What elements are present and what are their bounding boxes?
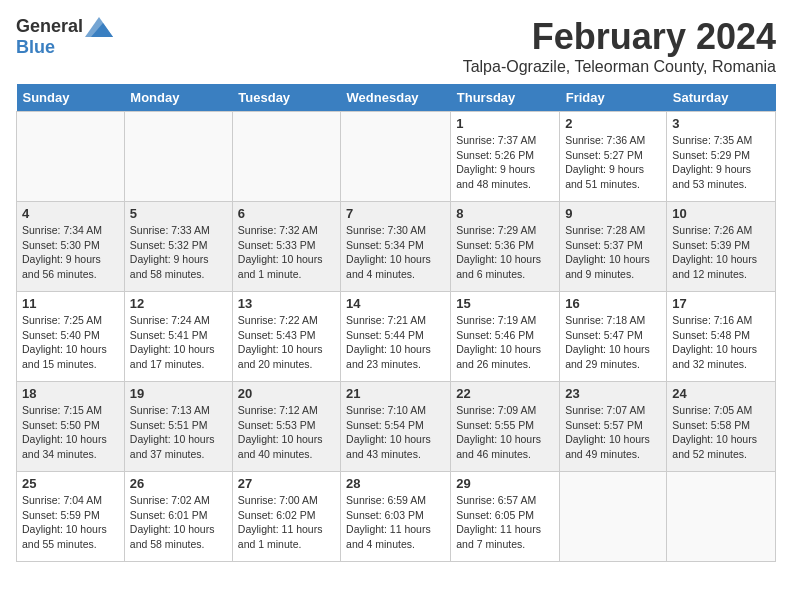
day-info: Sunrise: 7:25 AMSunset: 5:40 PMDaylight:… [22,313,119,372]
day-number: 11 [22,296,119,311]
calendar-cell: 4Sunrise: 7:34 AMSunset: 5:30 PMDaylight… [17,202,125,292]
calendar-cell: 2Sunrise: 7:36 AMSunset: 5:27 PMDaylight… [560,112,667,202]
day-of-week-monday: Monday [124,84,232,112]
day-info: Sunrise: 7:19 AMSunset: 5:46 PMDaylight:… [456,313,554,372]
calendar-cell: 8Sunrise: 7:29 AMSunset: 5:36 PMDaylight… [451,202,560,292]
calendar-cell: 20Sunrise: 7:12 AMSunset: 5:53 PMDayligh… [232,382,340,472]
calendar-cell: 14Sunrise: 7:21 AMSunset: 5:44 PMDayligh… [341,292,451,382]
calendar-cell [341,112,451,202]
day-of-week-wednesday: Wednesday [341,84,451,112]
calendar-week-4: 18Sunrise: 7:15 AMSunset: 5:50 PMDayligh… [17,382,776,472]
day-info: Sunrise: 7:34 AMSunset: 5:30 PMDaylight:… [22,223,119,282]
day-info: Sunrise: 7:04 AMSunset: 5:59 PMDaylight:… [22,493,119,552]
calendar-cell [17,112,125,202]
day-info: Sunrise: 7:09 AMSunset: 5:55 PMDaylight:… [456,403,554,462]
logo-general-text: General [16,16,83,37]
day-of-week-friday: Friday [560,84,667,112]
day-info: Sunrise: 7:10 AMSunset: 5:54 PMDaylight:… [346,403,445,462]
calendar-cell: 18Sunrise: 7:15 AMSunset: 5:50 PMDayligh… [17,382,125,472]
day-info: Sunrise: 7:26 AMSunset: 5:39 PMDaylight:… [672,223,770,282]
day-info: Sunrise: 7:00 AMSunset: 6:02 PMDaylight:… [238,493,335,552]
location-title: Talpa-Ograzile, Teleorman County, Romani… [463,58,776,76]
day-number: 12 [130,296,227,311]
day-number: 20 [238,386,335,401]
calendar-cell: 6Sunrise: 7:32 AMSunset: 5:33 PMDaylight… [232,202,340,292]
day-number: 14 [346,296,445,311]
calendar-cell: 10Sunrise: 7:26 AMSunset: 5:39 PMDayligh… [667,202,776,292]
day-number: 24 [672,386,770,401]
day-number: 22 [456,386,554,401]
calendar-cell: 9Sunrise: 7:28 AMSunset: 5:37 PMDaylight… [560,202,667,292]
day-number: 10 [672,206,770,221]
day-info: Sunrise: 7:21 AMSunset: 5:44 PMDaylight:… [346,313,445,372]
calendar: SundayMondayTuesdayWednesdayThursdayFrid… [16,84,776,562]
day-info: Sunrise: 7:18 AMSunset: 5:47 PMDaylight:… [565,313,661,372]
calendar-cell: 17Sunrise: 7:16 AMSunset: 5:48 PMDayligh… [667,292,776,382]
calendar-cell: 15Sunrise: 7:19 AMSunset: 5:46 PMDayligh… [451,292,560,382]
day-of-week-sunday: Sunday [17,84,125,112]
day-number: 4 [22,206,119,221]
calendar-cell [560,472,667,562]
day-number: 23 [565,386,661,401]
day-number: 17 [672,296,770,311]
calendar-header-row: SundayMondayTuesdayWednesdayThursdayFrid… [17,84,776,112]
day-of-week-thursday: Thursday [451,84,560,112]
calendar-week-5: 25Sunrise: 7:04 AMSunset: 5:59 PMDayligh… [17,472,776,562]
day-info: Sunrise: 7:12 AMSunset: 5:53 PMDaylight:… [238,403,335,462]
title-section: February 2024 Talpa-Ograzile, Teleorman … [463,16,776,76]
day-info: Sunrise: 7:16 AMSunset: 5:48 PMDaylight:… [672,313,770,372]
day-number: 25 [22,476,119,491]
calendar-cell: 27Sunrise: 7:00 AMSunset: 6:02 PMDayligh… [232,472,340,562]
day-info: Sunrise: 7:07 AMSunset: 5:57 PMDaylight:… [565,403,661,462]
calendar-cell: 22Sunrise: 7:09 AMSunset: 5:55 PMDayligh… [451,382,560,472]
day-number: 21 [346,386,445,401]
logo-icon [85,17,113,37]
calendar-cell [124,112,232,202]
day-info: Sunrise: 6:57 AMSunset: 6:05 PMDaylight:… [456,493,554,552]
calendar-cell: 5Sunrise: 7:33 AMSunset: 5:32 PMDaylight… [124,202,232,292]
day-number: 28 [346,476,445,491]
header: General Blue February 2024 Talpa-Ograzil… [16,16,776,76]
calendar-week-2: 4Sunrise: 7:34 AMSunset: 5:30 PMDaylight… [17,202,776,292]
calendar-cell: 1Sunrise: 7:37 AMSunset: 5:26 PMDaylight… [451,112,560,202]
day-number: 5 [130,206,227,221]
day-number: 15 [456,296,554,311]
month-title: February 2024 [463,16,776,58]
day-info: Sunrise: 7:15 AMSunset: 5:50 PMDaylight:… [22,403,119,462]
day-info: Sunrise: 7:29 AMSunset: 5:36 PMDaylight:… [456,223,554,282]
day-info: Sunrise: 7:24 AMSunset: 5:41 PMDaylight:… [130,313,227,372]
calendar-week-1: 1Sunrise: 7:37 AMSunset: 5:26 PMDaylight… [17,112,776,202]
day-number: 16 [565,296,661,311]
day-info: Sunrise: 7:02 AMSunset: 6:01 PMDaylight:… [130,493,227,552]
day-number: 3 [672,116,770,131]
day-number: 8 [456,206,554,221]
calendar-cell: 21Sunrise: 7:10 AMSunset: 5:54 PMDayligh… [341,382,451,472]
day-number: 26 [130,476,227,491]
day-info: Sunrise: 6:59 AMSunset: 6:03 PMDaylight:… [346,493,445,552]
calendar-cell: 24Sunrise: 7:05 AMSunset: 5:58 PMDayligh… [667,382,776,472]
calendar-cell: 26Sunrise: 7:02 AMSunset: 6:01 PMDayligh… [124,472,232,562]
calendar-cell: 29Sunrise: 6:57 AMSunset: 6:05 PMDayligh… [451,472,560,562]
day-info: Sunrise: 7:35 AMSunset: 5:29 PMDaylight:… [672,133,770,192]
day-number: 13 [238,296,335,311]
day-info: Sunrise: 7:28 AMSunset: 5:37 PMDaylight:… [565,223,661,282]
day-number: 27 [238,476,335,491]
calendar-cell: 12Sunrise: 7:24 AMSunset: 5:41 PMDayligh… [124,292,232,382]
calendar-cell: 13Sunrise: 7:22 AMSunset: 5:43 PMDayligh… [232,292,340,382]
calendar-cell [667,472,776,562]
logo-blue-text: Blue [16,37,55,58]
calendar-cell: 16Sunrise: 7:18 AMSunset: 5:47 PMDayligh… [560,292,667,382]
logo: General Blue [16,16,113,58]
day-info: Sunrise: 7:30 AMSunset: 5:34 PMDaylight:… [346,223,445,282]
calendar-cell: 7Sunrise: 7:30 AMSunset: 5:34 PMDaylight… [341,202,451,292]
day-number: 9 [565,206,661,221]
day-number: 18 [22,386,119,401]
calendar-cell: 28Sunrise: 6:59 AMSunset: 6:03 PMDayligh… [341,472,451,562]
day-number: 2 [565,116,661,131]
day-info: Sunrise: 7:37 AMSunset: 5:26 PMDaylight:… [456,133,554,192]
calendar-cell: 23Sunrise: 7:07 AMSunset: 5:57 PMDayligh… [560,382,667,472]
calendar-cell: 3Sunrise: 7:35 AMSunset: 5:29 PMDaylight… [667,112,776,202]
day-info: Sunrise: 7:32 AMSunset: 5:33 PMDaylight:… [238,223,335,282]
calendar-cell: 11Sunrise: 7:25 AMSunset: 5:40 PMDayligh… [17,292,125,382]
calendar-week-3: 11Sunrise: 7:25 AMSunset: 5:40 PMDayligh… [17,292,776,382]
